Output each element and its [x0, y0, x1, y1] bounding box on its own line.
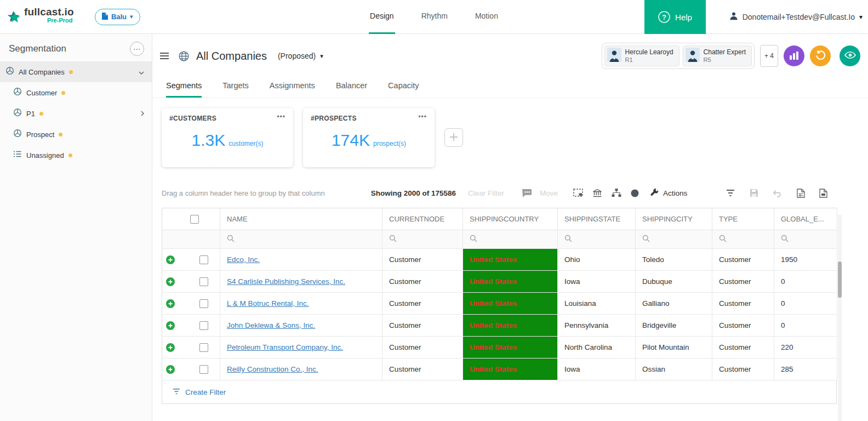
person-chip[interactable]: Chatter Expert R5 — [683, 45, 752, 66]
tab-balancer[interactable]: Balancer — [336, 81, 367, 98]
column-header-name[interactable]: NAME — [220, 208, 382, 230]
nav-item-rhythm[interactable]: Rhythm — [420, 0, 449, 34]
grid-scrollbar[interactable] — [838, 215, 842, 421]
add-to-segment-button[interactable] — [166, 299, 175, 308]
save-icon[interactable] — [750, 189, 758, 197]
add-card-button[interactable] — [444, 128, 463, 147]
cell-currentnode: Customer — [382, 249, 463, 271]
search-icon — [781, 235, 789, 242]
row-checkbox[interactable] — [199, 299, 208, 308]
filter-cell-type[interactable] — [712, 230, 774, 249]
search-icon — [389, 235, 397, 242]
actions-menu[interactable]: Actions — [650, 187, 687, 198]
sidebar-item-customer[interactable]: Customer — [0, 82, 152, 103]
export-excel-icon[interactable] — [797, 189, 805, 198]
chevron-down-icon[interactable] — [139, 67, 144, 77]
menu-hamburger-icon[interactable] — [159, 52, 169, 60]
table-row: Reilly Construction Co., Inc. Customer U… — [162, 359, 837, 380]
card-menu-icon[interactable]: ••• — [418, 115, 427, 120]
sidebar-options-button[interactable]: ⋯ — [130, 42, 144, 56]
tab-capacity[interactable]: Capacity — [388, 81, 419, 98]
cell-shippingcountry: United States — [463, 337, 558, 359]
move-button[interactable]: Move — [540, 189, 558, 197]
metric-unit: customer(s) — [229, 140, 263, 147]
export-selected-icon[interactable] — [819, 189, 827, 198]
filter-cell-global[interactable] — [774, 230, 837, 249]
card-menu-icon[interactable]: ••• — [277, 115, 285, 120]
column-header-shippingcountry[interactable]: SHIPPINGCOUNTRY — [463, 208, 558, 230]
add-to-segment-button[interactable] — [166, 365, 175, 374]
cell-shippingstate: Pennsylvania — [558, 315, 636, 337]
comments-icon[interactable] — [522, 189, 532, 198]
more-people-button[interactable]: + 4 — [760, 45, 778, 67]
company-link[interactable]: Edco, Inc. — [227, 255, 260, 264]
sidebar-item-unassigned[interactable]: Unassigned — [0, 145, 152, 166]
column-header-global[interactable]: GLOBAL_E... — [774, 208, 837, 230]
person-chip[interactable]: Hercule Learoyd R1 — [604, 45, 679, 66]
table-row: Petroleum Transport Company, Inc. Custom… — [162, 337, 837, 359]
company-link[interactable]: S4 Carlisle Publishing Services, Inc. — [227, 277, 345, 286]
tab-targets[interactable]: Targets — [222, 81, 249, 98]
chevron-right-icon[interactable] — [141, 109, 144, 118]
nav-item-motion[interactable]: Motion — [474, 0, 499, 34]
filter-cell-shippingcountry[interactable] — [463, 230, 558, 249]
sidebar-item-p1[interactable]: P1 — [0, 103, 152, 124]
add-to-segment-button[interactable] — [166, 343, 175, 352]
sidebar-item-all-companies[interactable]: All Companies — [0, 61, 152, 82]
tab-segments[interactable]: Segments — [166, 81, 202, 98]
help-button[interactable]: ? Help — [644, 0, 706, 34]
nav-item-design[interactable]: Design — [369, 0, 395, 34]
page-title: All Companies — [196, 50, 267, 62]
cell-currentnode: Customer — [382, 315, 463, 337]
tab-assignments[interactable]: Assignments — [270, 81, 315, 98]
company-link[interactable]: John Deklewa & Sons, Inc. — [227, 321, 315, 329]
analytics-button[interactable] — [784, 45, 804, 66]
clear-filter-button[interactable]: Clear Filter — [468, 189, 504, 197]
cell-global: 0 — [774, 315, 837, 337]
select-all-checkbox[interactable] — [190, 215, 199, 224]
history-button[interactable] — [810, 45, 831, 66]
company-link[interactable]: Reilly Construction Co., Inc. — [227, 365, 318, 373]
undo-icon[interactable] — [773, 189, 783, 197]
sidebar-item-label: All Companies — [19, 68, 65, 76]
column-header-shippingstate[interactable]: SHIPPINGSTATE — [558, 208, 636, 230]
row-checkbox[interactable] — [199, 365, 208, 374]
cell-currentnode: Customer — [382, 337, 463, 359]
cell-type: Customer — [712, 249, 774, 271]
filter-row — [162, 230, 837, 249]
preview-button[interactable] — [840, 45, 860, 66]
user-account-menu[interactable]: Donotemail+Testdev@Fullcast.Io ▾ — [729, 0, 863, 34]
add-to-segment-button[interactable] — [166, 321, 175, 330]
column-header-shippingcity[interactable]: SHIPPINGCITY — [636, 208, 712, 230]
filter-cell-shippingcity[interactable] — [636, 230, 712, 249]
bank-icon[interactable] — [592, 189, 602, 197]
chevron-down-icon: ▾ — [320, 53, 323, 60]
scrollbar-thumb[interactable] — [838, 261, 842, 298]
row-checkbox[interactable] — [199, 255, 208, 264]
cell-shippingcountry: United States — [463, 315, 558, 337]
filter-cell-currentnode[interactable] — [382, 230, 463, 249]
filter-builder-icon[interactable] — [726, 189, 735, 197]
create-filter-link[interactable]: Create Filter — [185, 388, 226, 396]
column-header-currentnode[interactable]: CURRENTNODE — [382, 208, 463, 230]
add-to-segment-button[interactable] — [166, 277, 175, 286]
cell-shippingcity: Bridgeville — [636, 315, 712, 337]
hierarchy-icon[interactable] — [612, 189, 621, 197]
company-link[interactable]: L & M Botruc Rental, Inc. — [227, 299, 309, 308]
company-link[interactable]: Petroleum Transport Company, Inc. — [227, 343, 343, 351]
row-checkbox[interactable] — [199, 343, 208, 352]
sidebar-item-prospect[interactable]: Prospect — [0, 124, 152, 145]
workspace-selector-button[interactable]: Balu ▾ — [95, 9, 140, 25]
row-checkbox[interactable] — [199, 321, 208, 330]
circle-icon[interactable] — [631, 189, 639, 197]
filter-cell-name[interactable] — [220, 230, 382, 249]
sidebar-item-label: Customer — [26, 89, 57, 97]
select-all-header — [162, 208, 220, 230]
filter-cell-shippingstate[interactable] — [558, 230, 636, 249]
row-checkbox[interactable] — [199, 277, 208, 286]
add-to-segment-button[interactable] — [166, 255, 175, 264]
cell-global: 285 — [774, 359, 837, 380]
column-header-type[interactable]: TYPE — [712, 208, 774, 230]
plan-mode-dropdown[interactable]: (Proposed) ▾ — [278, 52, 323, 60]
marquee-select-icon[interactable] — [573, 189, 583, 197]
